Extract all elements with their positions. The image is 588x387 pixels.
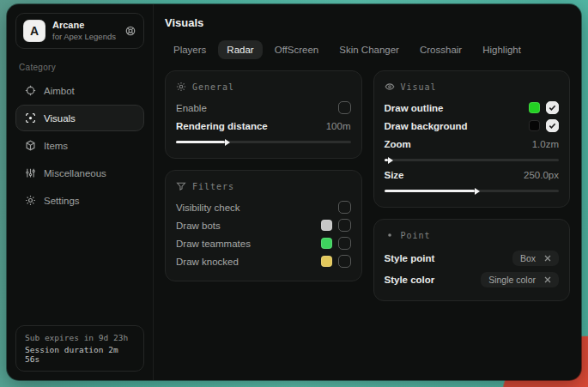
section-title: Filters	[192, 182, 234, 191]
zoom-value: 1.0zm	[532, 139, 559, 149]
filters-card: Filters Visibility check Draw bots	[165, 170, 362, 281]
draw-teammates-checkbox[interactable]	[338, 237, 351, 250]
app-window: A Arcane for Apex Legends Category	[7, 4, 581, 380]
tab-players[interactable]: Players	[165, 40, 215, 59]
zoom-slider[interactable]	[385, 156, 560, 164]
main-panel: Visuals Players Radar OffScreen Skin Cha…	[154, 4, 581, 380]
page-title: Visuals	[165, 16, 570, 29]
size-value: 250.0px	[524, 170, 559, 180]
draw-teammates-row: Draw teammates	[176, 234, 351, 252]
sidebar-item-visuals[interactable]: Visuals	[15, 105, 144, 131]
filters-card-header: Filters	[176, 181, 351, 191]
category-label: Category	[19, 63, 141, 72]
draw-bots-label: Draw bots	[176, 221, 221, 231]
point-dot-icon	[385, 230, 395, 240]
section-title: Point	[401, 231, 431, 240]
enable-row: Enable	[176, 99, 351, 117]
enable-checkbox[interactable]	[338, 101, 351, 114]
rendering-distance-value: 100m	[326, 121, 351, 131]
crosshair-icon	[25, 85, 36, 96]
left-column: General Enable Rendering distance 100m	[165, 70, 362, 281]
zoom-label: Zoom	[385, 139, 411, 149]
draw-outline-checkbox[interactable]	[546, 101, 559, 114]
sub-expires-text: Sub expires in 9d 23h	[25, 333, 135, 342]
draw-knocked-color-swatch[interactable]	[321, 256, 332, 267]
style-point-select[interactable]: Box	[512, 251, 559, 266]
sidebar-item-aimbot[interactable]: Aimbot	[15, 77, 144, 104]
tab-offscreen[interactable]: OffScreen	[266, 40, 328, 59]
draw-bots-color-swatch[interactable]	[321, 220, 332, 231]
draw-teammates-color-swatch[interactable]	[321, 238, 332, 249]
tab-skin-changer[interactable]: Skin Changer	[330, 40, 408, 59]
draw-outline-label: Draw outline	[385, 103, 444, 113]
sidebar-item-label: Items	[44, 141, 68, 151]
draw-background-color-swatch[interactable]	[529, 120, 540, 131]
clear-x-icon[interactable]	[544, 255, 551, 262]
zoom-row: Zoom 1.0zm	[385, 135, 560, 153]
style-point-value: Box	[520, 253, 536, 263]
style-point-label: Style point	[385, 253, 435, 263]
section-title: General	[192, 82, 234, 92]
app-titles: Arcane for Apex Legends	[52, 20, 118, 42]
style-color-row: Style color Single color	[385, 269, 560, 290]
section-title: Visual	[401, 82, 437, 92]
eye-icon	[385, 82, 395, 92]
draw-knocked-checkbox[interactable]	[338, 255, 351, 268]
tab-bar: Players Radar OffScreen Skin Changer Cro…	[165, 40, 570, 59]
visibility-check-label: Visibility check	[176, 203, 240, 213]
sidebar-item-label: Aimbot	[44, 86, 75, 96]
sidebar-item-label: Miscellaneous	[44, 168, 106, 178]
sidebar-item-miscellaneous[interactable]: Miscellaneous	[15, 160, 144, 186]
tab-highlight[interactable]: Highlight	[474, 40, 530, 59]
scan-eye-icon	[25, 112, 36, 124]
size-slider[interactable]	[385, 187, 560, 195]
slider-fill	[385, 159, 388, 161]
right-column: Visual Draw outline	[373, 70, 571, 301]
slider-fill	[385, 190, 476, 192]
visibility-check-checkbox[interactable]	[338, 201, 351, 214]
draw-bots-row: Draw bots	[176, 216, 351, 234]
check-icon	[549, 104, 556, 112]
rendering-distance-row: Rendering distance 100m	[176, 117, 351, 135]
app-subtitle: for Apex Legends	[52, 32, 118, 42]
draw-knocked-row: Draw knocked	[176, 252, 351, 270]
app-logo: A	[23, 20, 45, 42]
rendering-distance-label: Rendering distance	[176, 121, 268, 131]
size-row: Size 250.0px	[385, 166, 560, 184]
package-icon	[25, 140, 36, 151]
draw-bots-checkbox[interactable]	[338, 219, 351, 232]
draw-background-row: Draw background	[385, 117, 560, 135]
draw-background-label: Draw background	[385, 121, 468, 131]
style-color-select[interactable]: Single color	[481, 272, 559, 287]
funnel-icon	[176, 181, 186, 191]
settings-gear-icon[interactable]	[124, 25, 136, 37]
sidebar-nav: Aimbot Visuals Items	[15, 77, 144, 214]
sidebar-item-settings[interactable]: Settings	[15, 187, 144, 214]
tab-radar[interactable]: Radar	[218, 40, 262, 59]
sidebar-item-items[interactable]: Items	[15, 132, 144, 159]
rendering-distance-slider[interactable]	[176, 138, 351, 146]
draw-outline-row: Draw outline	[385, 99, 560, 117]
slider-track	[385, 159, 560, 161]
point-card-header: Point	[385, 230, 560, 240]
point-card: Point Style point Box	[373, 219, 571, 301]
visual-card-header: Visual	[385, 82, 560, 92]
general-card: General Enable Rendering distance 100m	[165, 70, 362, 159]
visibility-check-row: Visibility check	[176, 198, 351, 216]
style-color-label: Style color	[385, 275, 435, 285]
content-grid: General Enable Rendering distance 100m	[165, 70, 570, 301]
check-icon	[549, 122, 556, 130]
style-color-value: Single color	[488, 275, 536, 285]
app-header-card: A Arcane for Apex Legends	[15, 13, 144, 49]
enable-label: Enable	[176, 103, 207, 113]
gear-icon	[176, 82, 186, 92]
sliders-icon	[25, 167, 36, 178]
sidebar-item-label: Settings	[44, 196, 80, 206]
gear-icon	[25, 195, 36, 206]
draw-background-checkbox[interactable]	[546, 119, 559, 132]
clear-x-icon[interactable]	[544, 276, 551, 283]
tab-crosshair[interactable]: Crosshair	[411, 40, 470, 59]
draw-outline-color-swatch[interactable]	[529, 102, 540, 113]
style-point-row: Style point Box	[385, 247, 560, 269]
draw-knocked-label: Draw knocked	[176, 257, 239, 267]
